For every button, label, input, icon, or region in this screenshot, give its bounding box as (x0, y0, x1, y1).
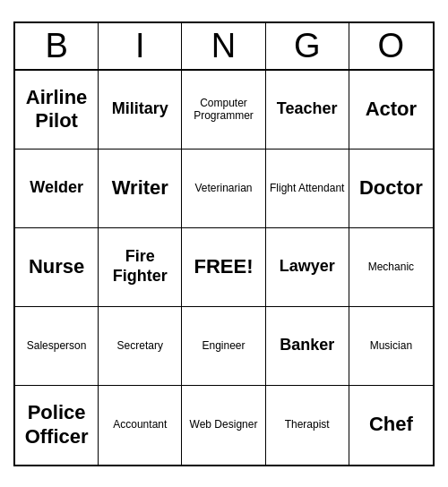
bingo-cell: Engineer (182, 307, 265, 386)
cell-text: Actor (366, 98, 417, 121)
cell-text: Nurse (29, 255, 84, 278)
cell-text: Teacher (277, 99, 338, 119)
bingo-grid: Airline PilotMilitaryComputer Programmer… (15, 71, 433, 465)
bingo-cell: Welder (15, 150, 99, 228)
cell-text: Musician (370, 339, 412, 352)
cell-text: Doctor (359, 176, 423, 200)
header-letter: B (15, 23, 99, 69)
bingo-cell: Musician (349, 307, 433, 386)
bingo-header: BINGO (15, 23, 433, 71)
bingo-cell: Fire Fighter (99, 228, 182, 307)
bingo-cell: Flight Attendant (266, 150, 349, 228)
header-letter: N (182, 23, 265, 69)
cell-text: Secretary (117, 339, 163, 352)
bingo-cell: Actor (349, 71, 433, 150)
cell-text: Flight Attendant (270, 182, 344, 194)
bingo-cell: Chef (349, 386, 433, 465)
cell-text: Engineer (202, 339, 245, 352)
bingo-cell: Airline Pilot (15, 71, 99, 150)
bingo-cell: Veterinarian (182, 150, 265, 228)
cell-text: Banker (280, 336, 334, 355)
cell-text: FREE! (194, 255, 253, 278)
cell-text: Writer (112, 176, 168, 200)
bingo-cell: Lawyer (266, 228, 349, 307)
bingo-cell: Military (99, 71, 182, 150)
bingo-cell: Secretary (99, 307, 182, 386)
cell-text: Lawyer (280, 257, 335, 277)
cell-text: Chef (369, 413, 413, 436)
bingo-cell: FREE! (182, 228, 265, 307)
header-letter: G (266, 23, 349, 69)
cell-text: Salesperson (27, 339, 87, 352)
cell-text: Computer Programmer (185, 97, 261, 123)
cell-text: Web Designer (190, 418, 258, 431)
cell-text: Accountant (113, 418, 167, 431)
cell-text: Therapist (285, 418, 330, 431)
cell-text: Welder (30, 178, 83, 198)
cell-text: Mechanic (368, 261, 414, 273)
bingo-cell: Salesperson (15, 307, 99, 386)
bingo-card: BINGO Airline PilotMilitaryComputer Prog… (13, 21, 435, 466)
header-letter: I (99, 23, 182, 69)
bingo-cell: Web Designer (182, 386, 265, 465)
bingo-cell: Computer Programmer (182, 71, 265, 150)
cell-text: Veterinarian (194, 182, 252, 194)
bingo-cell: Teacher (266, 71, 349, 150)
bingo-cell: Doctor (349, 150, 433, 228)
bingo-cell: Therapist (266, 386, 349, 465)
bingo-cell: Banker (266, 307, 349, 386)
cell-text: Airline Pilot (19, 86, 94, 133)
cell-text: Police Officer (19, 401, 94, 449)
cell-text: Fire Fighter (102, 247, 177, 286)
cell-text: Military (112, 99, 168, 119)
bingo-cell: Mechanic (349, 228, 433, 307)
bingo-cell: Accountant (99, 386, 182, 465)
header-letter: O (349, 23, 433, 69)
bingo-cell: Nurse (15, 228, 99, 307)
bingo-cell: Police Officer (15, 386, 99, 465)
bingo-cell: Writer (99, 150, 182, 228)
